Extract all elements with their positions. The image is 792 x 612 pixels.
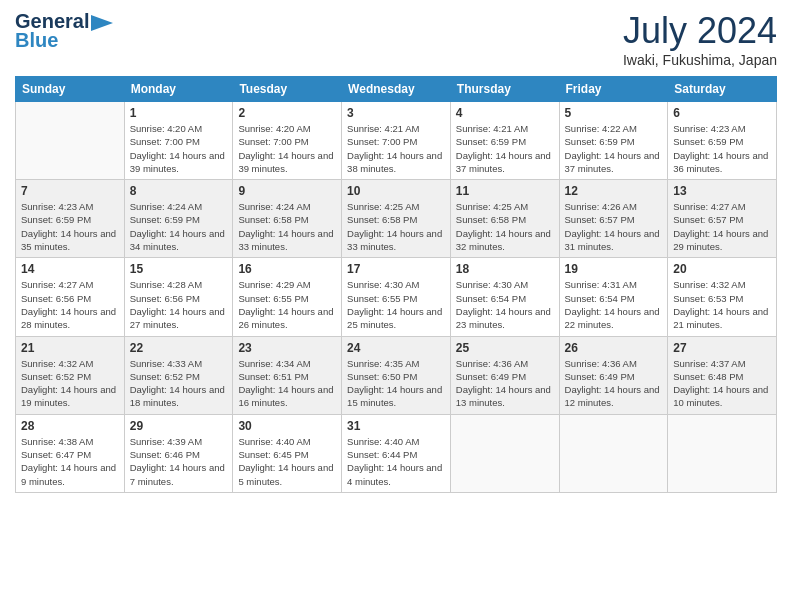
calendar-cell-4-0: 28Sunrise: 4:38 AMSunset: 6:47 PMDayligh… <box>16 414 125 492</box>
col-thursday: Thursday <box>450 77 559 102</box>
calendar-cell-4-4 <box>450 414 559 492</box>
day-number: 6 <box>673 106 771 120</box>
day-number: 28 <box>21 419 119 433</box>
calendar-cell-3-4: 25Sunrise: 4:36 AMSunset: 6:49 PMDayligh… <box>450 336 559 414</box>
day-number: 15 <box>130 262 228 276</box>
calendar-cell-0-1: 1Sunrise: 4:20 AMSunset: 7:00 PMDaylight… <box>124 102 233 180</box>
col-wednesday: Wednesday <box>342 77 451 102</box>
day-number: 25 <box>456 341 554 355</box>
day-info: Sunrise: 4:20 AMSunset: 7:00 PMDaylight:… <box>238 122 336 175</box>
calendar-cell-2-3: 17Sunrise: 4:30 AMSunset: 6:55 PMDayligh… <box>342 258 451 336</box>
day-number: 12 <box>565 184 663 198</box>
calendar-cell-3-3: 24Sunrise: 4:35 AMSunset: 6:50 PMDayligh… <box>342 336 451 414</box>
month-title: July 2024 <box>623 10 777 52</box>
day-info: Sunrise: 4:25 AMSunset: 6:58 PMDaylight:… <box>347 200 445 253</box>
day-number: 3 <box>347 106 445 120</box>
day-number: 21 <box>21 341 119 355</box>
col-monday: Monday <box>124 77 233 102</box>
calendar-cell-3-6: 27Sunrise: 4:37 AMSunset: 6:48 PMDayligh… <box>668 336 777 414</box>
day-info: Sunrise: 4:30 AMSunset: 6:54 PMDaylight:… <box>456 278 554 331</box>
day-number: 7 <box>21 184 119 198</box>
day-info: Sunrise: 4:28 AMSunset: 6:56 PMDaylight:… <box>130 278 228 331</box>
day-number: 18 <box>456 262 554 276</box>
calendar-cell-1-0: 7Sunrise: 4:23 AMSunset: 6:59 PMDaylight… <box>16 180 125 258</box>
day-info: Sunrise: 4:36 AMSunset: 6:49 PMDaylight:… <box>565 357 663 410</box>
calendar-cell-1-3: 10Sunrise: 4:25 AMSunset: 6:58 PMDayligh… <box>342 180 451 258</box>
day-info: Sunrise: 4:23 AMSunset: 6:59 PMDaylight:… <box>21 200 119 253</box>
calendar-cell-4-2: 30Sunrise: 4:40 AMSunset: 6:45 PMDayligh… <box>233 414 342 492</box>
calendar-week-row-3: 21Sunrise: 4:32 AMSunset: 6:52 PMDayligh… <box>16 336 777 414</box>
day-info: Sunrise: 4:36 AMSunset: 6:49 PMDaylight:… <box>456 357 554 410</box>
day-info: Sunrise: 4:22 AMSunset: 6:59 PMDaylight:… <box>565 122 663 175</box>
day-info: Sunrise: 4:21 AMSunset: 6:59 PMDaylight:… <box>456 122 554 175</box>
calendar-cell-0-3: 3Sunrise: 4:21 AMSunset: 7:00 PMDaylight… <box>342 102 451 180</box>
day-info: Sunrise: 4:40 AMSunset: 6:45 PMDaylight:… <box>238 435 336 488</box>
day-number: 14 <box>21 262 119 276</box>
calendar-cell-0-2: 2Sunrise: 4:20 AMSunset: 7:00 PMDaylight… <box>233 102 342 180</box>
calendar-header-row: Sunday Monday Tuesday Wednesday Thursday… <box>16 77 777 102</box>
calendar-cell-1-4: 11Sunrise: 4:25 AMSunset: 6:58 PMDayligh… <box>450 180 559 258</box>
day-info: Sunrise: 4:25 AMSunset: 6:58 PMDaylight:… <box>456 200 554 253</box>
header: General Blue July 2024 Iwaki, Fukushima,… <box>15 10 777 68</box>
calendar-cell-3-1: 22Sunrise: 4:33 AMSunset: 6:52 PMDayligh… <box>124 336 233 414</box>
col-saturday: Saturday <box>668 77 777 102</box>
calendar-cell-0-0 <box>16 102 125 180</box>
day-info: Sunrise: 4:23 AMSunset: 6:59 PMDaylight:… <box>673 122 771 175</box>
calendar-cell-2-6: 20Sunrise: 4:32 AMSunset: 6:53 PMDayligh… <box>668 258 777 336</box>
day-info: Sunrise: 4:32 AMSunset: 6:53 PMDaylight:… <box>673 278 771 331</box>
calendar-cell-0-5: 5Sunrise: 4:22 AMSunset: 6:59 PMDaylight… <box>559 102 668 180</box>
calendar-cell-1-1: 8Sunrise: 4:24 AMSunset: 6:59 PMDaylight… <box>124 180 233 258</box>
page: General Blue July 2024 Iwaki, Fukushima,… <box>0 0 792 612</box>
calendar-cell-0-4: 4Sunrise: 4:21 AMSunset: 6:59 PMDaylight… <box>450 102 559 180</box>
day-number: 13 <box>673 184 771 198</box>
day-number: 27 <box>673 341 771 355</box>
calendar-cell-2-0: 14Sunrise: 4:27 AMSunset: 6:56 PMDayligh… <box>16 258 125 336</box>
calendar-cell-4-6 <box>668 414 777 492</box>
day-number: 11 <box>456 184 554 198</box>
day-info: Sunrise: 4:27 AMSunset: 6:57 PMDaylight:… <box>673 200 771 253</box>
day-number: 24 <box>347 341 445 355</box>
calendar: Sunday Monday Tuesday Wednesday Thursday… <box>15 76 777 493</box>
day-number: 19 <box>565 262 663 276</box>
day-info: Sunrise: 4:26 AMSunset: 6:57 PMDaylight:… <box>565 200 663 253</box>
calendar-cell-2-1: 15Sunrise: 4:28 AMSunset: 6:56 PMDayligh… <box>124 258 233 336</box>
col-tuesday: Tuesday <box>233 77 342 102</box>
day-info: Sunrise: 4:33 AMSunset: 6:52 PMDaylight:… <box>130 357 228 410</box>
calendar-cell-2-2: 16Sunrise: 4:29 AMSunset: 6:55 PMDayligh… <box>233 258 342 336</box>
day-info: Sunrise: 4:27 AMSunset: 6:56 PMDaylight:… <box>21 278 119 331</box>
day-info: Sunrise: 4:30 AMSunset: 6:55 PMDaylight:… <box>347 278 445 331</box>
location: Iwaki, Fukushima, Japan <box>623 52 777 68</box>
day-number: 1 <box>130 106 228 120</box>
col-sunday: Sunday <box>16 77 125 102</box>
day-info: Sunrise: 4:31 AMSunset: 6:54 PMDaylight:… <box>565 278 663 331</box>
day-info: Sunrise: 4:35 AMSunset: 6:50 PMDaylight:… <box>347 357 445 410</box>
calendar-cell-4-3: 31Sunrise: 4:40 AMSunset: 6:44 PMDayligh… <box>342 414 451 492</box>
day-info: Sunrise: 4:37 AMSunset: 6:48 PMDaylight:… <box>673 357 771 410</box>
day-info: Sunrise: 4:38 AMSunset: 6:47 PMDaylight:… <box>21 435 119 488</box>
day-number: 31 <box>347 419 445 433</box>
day-info: Sunrise: 4:24 AMSunset: 6:58 PMDaylight:… <box>238 200 336 253</box>
calendar-cell-1-5: 12Sunrise: 4:26 AMSunset: 6:57 PMDayligh… <box>559 180 668 258</box>
calendar-cell-1-6: 13Sunrise: 4:27 AMSunset: 6:57 PMDayligh… <box>668 180 777 258</box>
calendar-cell-2-4: 18Sunrise: 4:30 AMSunset: 6:54 PMDayligh… <box>450 258 559 336</box>
day-info: Sunrise: 4:39 AMSunset: 6:46 PMDaylight:… <box>130 435 228 488</box>
day-number: 5 <box>565 106 663 120</box>
day-number: 22 <box>130 341 228 355</box>
calendar-cell-3-2: 23Sunrise: 4:34 AMSunset: 6:51 PMDayligh… <box>233 336 342 414</box>
day-info: Sunrise: 4:34 AMSunset: 6:51 PMDaylight:… <box>238 357 336 410</box>
calendar-week-row-2: 14Sunrise: 4:27 AMSunset: 6:56 PMDayligh… <box>16 258 777 336</box>
calendar-cell-3-0: 21Sunrise: 4:32 AMSunset: 6:52 PMDayligh… <box>16 336 125 414</box>
day-number: 29 <box>130 419 228 433</box>
title-block: July 2024 Iwaki, Fukushima, Japan <box>623 10 777 68</box>
calendar-cell-3-5: 26Sunrise: 4:36 AMSunset: 6:49 PMDayligh… <box>559 336 668 414</box>
logo-icon <box>91 15 113 31</box>
calendar-cell-2-5: 19Sunrise: 4:31 AMSunset: 6:54 PMDayligh… <box>559 258 668 336</box>
logo: General Blue <box>15 10 113 52</box>
calendar-cell-0-6: 6Sunrise: 4:23 AMSunset: 6:59 PMDaylight… <box>668 102 777 180</box>
day-number: 9 <box>238 184 336 198</box>
day-number: 10 <box>347 184 445 198</box>
day-number: 17 <box>347 262 445 276</box>
day-number: 30 <box>238 419 336 433</box>
day-info: Sunrise: 4:40 AMSunset: 6:44 PMDaylight:… <box>347 435 445 488</box>
svg-marker-0 <box>91 15 113 31</box>
